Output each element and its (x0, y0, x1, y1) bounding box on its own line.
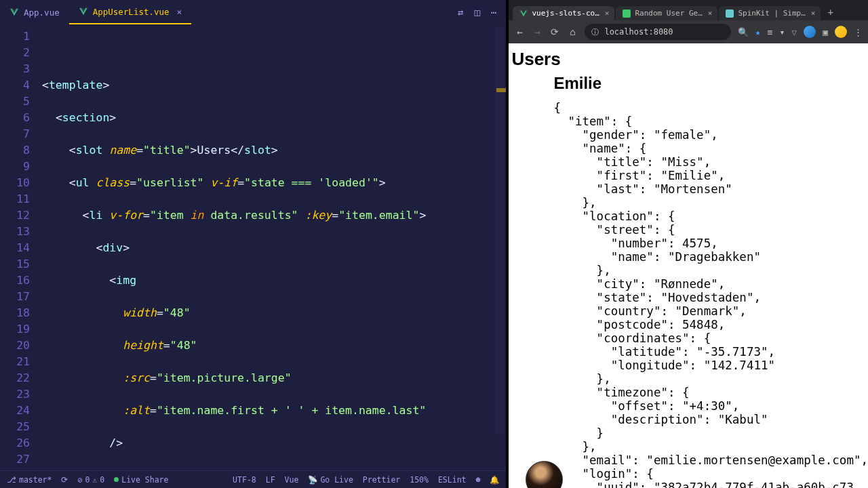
zoom-icon[interactable]: 🔍 (738, 27, 749, 37)
minimap-highlight (496, 88, 506, 92)
tab-actions: ⇄ ◫ ⋯ (458, 7, 506, 18)
close-icon[interactable]: × (811, 9, 816, 18)
git-branch[interactable]: ⎇ master* (7, 475, 52, 485)
extension-icon[interactable]: ▣ (823, 27, 828, 37)
liveshare[interactable]: Live Share (114, 475, 168, 485)
editor-panel: App.vue AppUserList.vue × ⇄ ◫ ⋯ 12345678… (0, 0, 506, 488)
url-bar[interactable]: ⓘ localhost:8080 (585, 24, 730, 40)
browser-panel: vuejs-slots-course × Random User Generat… (509, 0, 868, 488)
page-title: Users (511, 49, 868, 70)
editor-tabs: App.vue AppUserList.vue × ⇄ ◫ ⋯ (0, 0, 506, 24)
browser-tab-title: Random User Generator | Ho (635, 9, 702, 18)
eslint[interactable]: ESLint (438, 475, 467, 485)
toolbar-right: 🔍 ★ ≡ ▾ ▽ ▣ ⋮ (738, 26, 863, 38)
url-text: localhost:8080 (604, 27, 673, 37)
split-icon[interactable]: ◫ (475, 7, 480, 18)
favicon-icon (726, 9, 734, 18)
user-name: Emilie (553, 74, 868, 93)
go-live[interactable]: 📡 Go Live (308, 475, 353, 485)
browser-tab-1[interactable]: vuejs-slots-course × (513, 6, 614, 20)
tab-label: AppUserList.vue (93, 7, 170, 17)
site-info-icon[interactable]: ⓘ (591, 27, 599, 37)
browser-tabstrip: vuejs-slots-course × Random User Generat… (509, 0, 868, 20)
browser-tab-title: SpinKit | Simple CSS Spinners (738, 9, 805, 18)
feedback-icon[interactable]: ☻ (475, 475, 480, 485)
reload-button[interactable]: ⟳ (549, 26, 560, 37)
browser-toolbar: ← → ⟳ ⌂ ⓘ localhost:8080 🔍 ★ ≡ ▾ ▽ ▣ ⋮ (509, 20, 868, 43)
profile-avatar-2[interactable] (835, 26, 847, 38)
new-tab-button[interactable]: + (822, 4, 838, 20)
code-area[interactable]: 1234567891011121314151617181920212223242… (0, 24, 506, 470)
brave-icon[interactable]: ▽ (791, 27, 797, 37)
tab-label: App.vue (24, 7, 60, 18)
git-sync[interactable]: ⟳ (61, 475, 68, 485)
browser-tab-2[interactable]: Random User Generator | Ho × (616, 6, 717, 20)
home-button[interactable]: ⌂ (567, 26, 578, 37)
vue-icon (519, 9, 528, 18)
page-content: Users Emilie { "item": { "gender": "fema… (509, 43, 868, 488)
user-avatar (514, 74, 547, 106)
encoding[interactable]: UTF-8 (233, 475, 256, 485)
close-icon[interactable]: × (708, 9, 713, 18)
eol[interactable]: LF (266, 475, 275, 485)
close-icon[interactable]: × (605, 9, 610, 18)
gutter: 1234567891011121314151617181920212223242… (0, 24, 42, 470)
back-button[interactable]: ← (514, 26, 525, 37)
browser-tab-title: vuejs-slots-course (532, 9, 599, 18)
more-icon[interactable]: ⋯ (491, 7, 496, 18)
tab-app-vue[interactable]: App.vue (0, 0, 69, 24)
vue-icon (9, 7, 19, 17)
bookmark-icon[interactable]: ★ (755, 27, 761, 37)
problems[interactable]: ⊘ 0 ⚠ 0 (77, 475, 104, 485)
code-content[interactable]: <template> <section> <slot name="title">… (42, 24, 506, 470)
prettier[interactable]: Prettier (363, 475, 400, 485)
forward-button[interactable]: → (532, 26, 542, 37)
status-bar: ⎇ master* ⟳ ⊘ 0 ⚠ 0 Live Share UTF-8 LF … (0, 470, 506, 488)
profile-avatar[interactable] (804, 26, 816, 38)
zoom[interactable]: 150% (410, 475, 429, 485)
extension-icon[interactable]: ▾ (780, 27, 785, 37)
menu-icon[interactable]: ⋮ (854, 27, 863, 37)
json-output: { "item": { "gender": "female", "name": … (553, 101, 868, 488)
browser-tab-3[interactable]: SpinKit | Simple CSS Spinners × (719, 6, 821, 20)
bell-icon[interactable]: 🔔 (490, 475, 499, 485)
language-mode[interactable]: Vue (285, 475, 299, 485)
tab-appuserlist-vue[interactable]: AppUserList.vue × (69, 0, 192, 24)
close-icon[interactable]: × (177, 7, 182, 17)
vue-icon (79, 7, 88, 16)
compare-icon[interactable]: ⇄ (458, 7, 463, 18)
favicon-icon (623, 9, 631, 18)
extension-icon[interactable]: ≡ (768, 27, 773, 37)
